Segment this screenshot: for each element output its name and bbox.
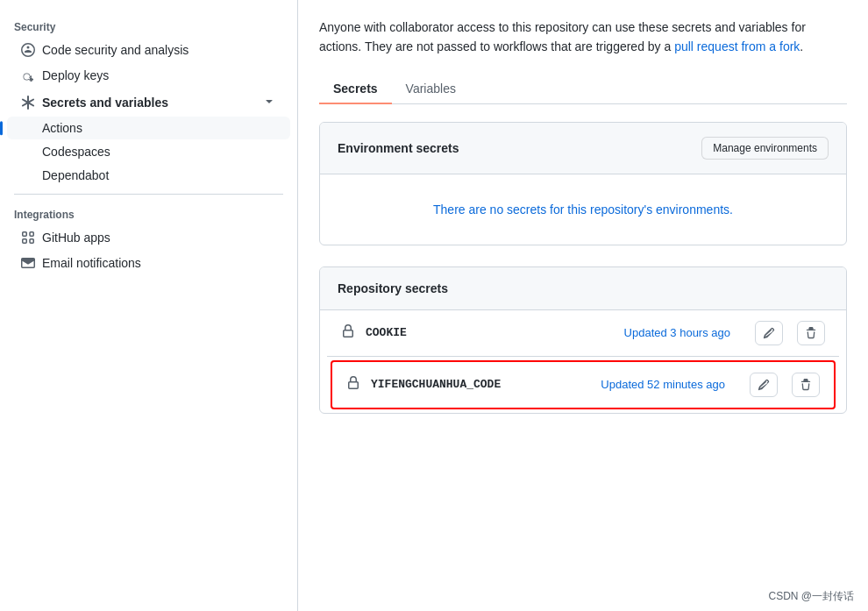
integrations-section-label: Integrations <box>0 202 297 224</box>
secret-updated-yifeng: Updated 52 minutes ago <box>601 378 725 391</box>
sidebar-item-code-security-label: Code security and analysis <box>42 43 189 57</box>
grid-icon <box>21 231 35 245</box>
secret-row-yifeng: YIFENGCHUANHUA_CODE Updated 52 minutes a… <box>331 360 836 409</box>
tabs-bar: Secrets Variables <box>319 75 847 104</box>
secret-name-yifeng: YIFENGCHUANHUA_CODE <box>371 378 590 391</box>
repository-secrets-title: Repository secrets <box>338 281 448 295</box>
sidebar-item-email-notifications-label: Email notifications <box>42 256 141 270</box>
sidebar-item-github-apps[interactable]: GitHub apps <box>7 225 290 250</box>
security-section-label: Security <box>0 14 297 37</box>
sidebar-item-deploy-keys[interactable]: Deploy keys <box>7 63 290 88</box>
edit-button-cookie[interactable] <box>755 321 783 345</box>
sidebar-sub-item-dependabot[interactable]: Dependabot <box>7 164 290 187</box>
tab-variables[interactable]: Variables <box>392 75 470 104</box>
pull-request-link[interactable]: pull request from a fork <box>674 39 800 53</box>
sidebar-item-secrets-variables-label: Secrets and variables <box>42 96 168 110</box>
environment-secrets-header: Environment secrets Manage environments <box>320 123 846 174</box>
edit-button-yifeng[interactable] <box>750 373 778 397</box>
key-icon <box>21 68 35 82</box>
asterisk-icon <box>21 96 35 110</box>
sidebar: Security Code security and analysis Depl… <box>0 0 298 611</box>
delete-button-cookie[interactable] <box>797 321 825 345</box>
sidebar-item-github-apps-label: GitHub apps <box>42 231 110 245</box>
sidebar-item-email-notifications[interactable]: Email notifications <box>7 251 290 275</box>
environment-secrets-empty: There are no secrets for this repository… <box>320 174 846 245</box>
sidebar-item-secrets-variables[interactable]: Secrets and variables <box>7 89 290 116</box>
tab-secrets[interactable]: Secrets <box>319 75 392 104</box>
main-content: Anyone with collaborator access to this … <box>298 0 868 611</box>
sidebar-sub-item-actions-label: Actions <box>42 121 82 135</box>
chevron-icon <box>262 94 276 110</box>
sidebar-sub-item-codespaces[interactable]: Codespaces <box>7 140 290 163</box>
sidebar-item-code-security[interactable]: Code security and analysis <box>7 38 290 62</box>
secrets-list: COOKIE Updated 3 hours ago <box>320 310 846 409</box>
manage-environments-button[interactable]: Manage environments <box>701 137 829 160</box>
lock-icon-yifeng <box>346 376 360 393</box>
watermark: CSDN @一封传话 <box>768 589 854 604</box>
environment-secrets-title: Environment secrets <box>338 141 459 155</box>
lock-icon-cookie <box>341 324 355 341</box>
secret-name-cookie: COOKIE <box>366 326 614 339</box>
repository-secrets-box: Repository secrets COOKIE Updated 3 hour… <box>319 266 847 414</box>
sidebar-divider <box>14 194 283 195</box>
sidebar-sub-item-codespaces-label: Codespaces <box>42 145 110 159</box>
environment-secrets-box: Environment secrets Manage environments … <box>319 122 847 245</box>
shield-icon <box>21 43 35 57</box>
sidebar-sub-item-actions[interactable]: Actions <box>7 117 290 139</box>
secret-row-cookie: COOKIE Updated 3 hours ago <box>327 310 839 357</box>
delete-button-yifeng[interactable] <box>792 373 820 397</box>
intro-text-part2: . <box>800 39 803 53</box>
intro-paragraph: Anyone with collaborator access to this … <box>319 18 847 57</box>
repository-secrets-header: Repository secrets <box>320 267 846 310</box>
sidebar-sub-item-dependabot-label: Dependabot <box>42 168 109 182</box>
sidebar-item-deploy-keys-label: Deploy keys <box>42 68 109 82</box>
secret-updated-cookie: Updated 3 hours ago <box>624 326 730 339</box>
mail-icon <box>21 256 35 270</box>
